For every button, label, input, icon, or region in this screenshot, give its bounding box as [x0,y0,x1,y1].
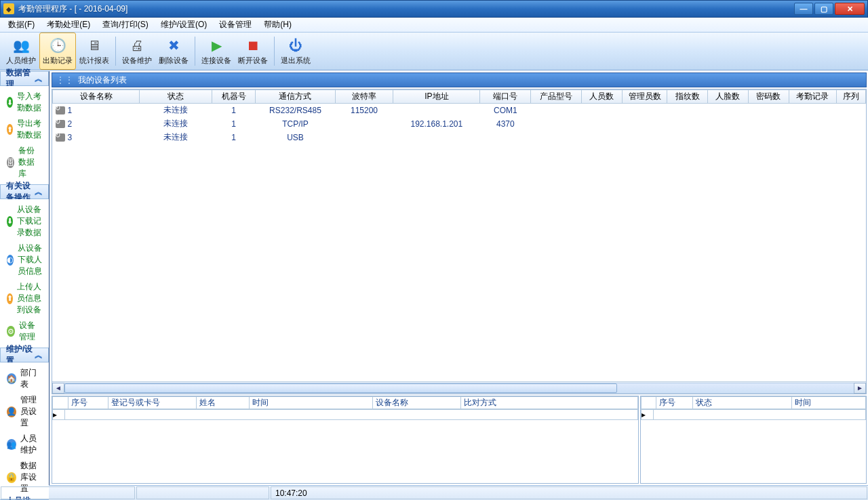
cell [707,131,748,144]
scroll-left-icon[interactable]: ◄ [52,383,64,394]
col-密码数[interactable]: 密码数 [748,90,789,104]
cell [531,104,582,117]
sidebar-item-从设备下载人员信息[interactable]: ◐从设备下载人员信息 [0,241,49,279]
toolbar-退出系统[interactable]: ⏻退出系统 [277,33,314,70]
sidebar-item-icon: 👥 [7,439,16,450]
bt2-col-状态[interactable]: 状态 [693,397,792,409]
sidebar-item-部门表[interactable]: 🏠部门表 [0,365,49,392]
chevron-up-icon: ︽ [35,350,43,361]
sidebar-item-label: 备份数据库 [18,145,42,180]
bt1-col-姓名[interactable]: 姓名 [197,397,250,409]
bt1-col-比对方式[interactable]: 比对方式 [461,397,637,409]
col-波特率[interactable]: 波特率 [335,90,393,104]
cell [582,104,623,117]
table-row[interactable]: 3未连接1USB [53,131,866,144]
col-端口号[interactable]: 端口号 [480,90,531,104]
col-状态[interactable]: 状态 [140,90,212,104]
minimize-button[interactable]: — [794,3,813,15]
sidebar-item-label: 管理员设置 [20,394,42,429]
scroll-track[interactable] [64,383,854,394]
cell [622,104,667,117]
cell: COM1 [480,104,531,117]
menu-query[interactable]: 查询/打印(S) [97,18,153,32]
sidebar-item-上传人员信息到设备[interactable]: ⬆上传人员信息到设备 [0,279,49,318]
menu-device[interactable]: 设备管理 [214,18,257,32]
cell [748,131,789,144]
toolbar-icon: ⏻ [286,37,305,54]
sidebar-item-从设备下载记录数据[interactable]: ⬇从设备下载记录数据 [0,202,49,241]
sidebar-item-人员维护[interactable]: 👥人员维护 [0,431,49,458]
cell [582,131,623,144]
cell [707,117,748,131]
col-人脸数[interactable]: 人脸数 [707,90,748,104]
chevron-up-icon: ︽ [35,73,43,85]
cell: TCP/IP [256,117,336,131]
toolbar-separator [195,37,195,66]
sidebar-item-icon: ⬆ [7,124,13,135]
scroll-right-icon[interactable]: ► [854,383,866,394]
sidebar-item-icon: 🔒 [7,472,16,483]
h-scrollbar[interactable]: ◄ ► [52,381,866,394]
col-通信方式[interactable]: 通信方式 [256,90,336,104]
status-cell-2 [136,486,269,499]
toolbar-设备维护[interactable]: 🖨设备维护 [119,33,155,70]
menubar: 数据(F) 考勤处理(E) 查询/打印(S) 维护/设置(O) 设备管理 帮助(… [0,18,868,33]
toolbar-出勤记录[interactable]: 🕒出勤记录 [39,33,76,70]
maximize-button[interactable]: ▢ [814,3,833,15]
sidebar-item-管理员设置[interactable]: 👤管理员设置 [0,392,49,431]
cell: 未连接 [140,117,212,131]
sidebar-item-设备管理[interactable]: ⚙设备管理 [0,318,49,345]
sidebar-item-导出考勤数据[interactable]: ⬆导出考勤数据 [0,116,49,143]
sidebar-group-维护/设置[interactable]: 维护/设置︽ [0,348,49,362]
sidebar-item-icon: 🗄 [7,157,14,168]
bt1-col-登记号或卡号[interactable]: 登记号或卡号 [108,397,196,409]
cell [622,131,667,144]
sidebar-item-导入考勤数据[interactable]: ⬇导入考勤数据 [0,89,49,116]
bt2-col-序号[interactable]: 序号 [656,397,693,409]
sidebar-group-body: ⬇导入考勤数据⬆导出考勤数据🗄备份数据库 [0,86,49,184]
col-产品型号[interactable]: 产品型号 [531,90,582,104]
device-list-header: ⋮⋮ 我的设备列表 [52,72,867,87]
device-table[interactable]: 设备名称状态机器号通信方式波特率IP地址端口号产品型号人员数管理员数指纹数人脸数… [52,89,866,144]
toolbar-断开设备[interactable]: ⏹断开设备 [235,33,271,70]
toolbar-label: 设备维护 [122,56,152,66]
sidebar-item-icon: 🏠 [7,373,16,384]
col-指纹数[interactable]: 指纹数 [667,90,708,104]
close-button[interactable]: ✕ [835,3,865,15]
col-机器号[interactable]: 机器号 [212,90,256,104]
toolbar-统计报表[interactable]: 🖥统计报表 [76,33,113,70]
sidebar-item-备份数据库[interactable]: 🗄备份数据库 [0,143,49,182]
cell [789,104,837,117]
col-管理员数[interactable]: 管理员数 [622,90,667,104]
sidebar-group-数据管理[interactable]: 数据管理︽ [0,71,49,86]
col-序列[interactable]: 序列 [837,90,866,104]
table-row[interactable]: 2未连接1TCP/IP192.168.1.2014370 [53,117,866,131]
col-设备名称[interactable]: 设备名称 [53,90,140,104]
bt2-col-时间[interactable]: 时间 [791,397,865,409]
window-title: 考勤管理程序 - [ - 2016-04-09] [18,3,794,15]
grip-icon: ⋮⋮ [56,75,74,85]
table-row[interactable]: 1未连接1RS232/RS485115200COM1 [53,104,866,117]
toolbar-删除设备[interactable]: ✖删除设备 [155,33,192,70]
content-area: ⋮⋮ 我的设备列表 设备名称状态机器号通信方式波特率IP地址端口号产品型号人员数… [50,71,868,485]
cell: 115200 [335,104,393,117]
main-area: 数据管理︽⬇导入考勤数据⬆导出考勤数据🗄备份数据库有关设备操作︽⬇从设备下载记录… [0,70,868,485]
menu-attendance[interactable]: 考勤处理(E) [41,18,96,32]
col-IP地址[interactable]: IP地址 [393,90,480,104]
menu-help[interactable]: 帮助(H) [258,18,297,32]
menu-maintain[interactable]: 维护/设置(O) [155,18,213,32]
sidebar-item-icon: ⬇ [7,216,13,227]
bt1-col-时间[interactable]: 时间 [250,397,373,409]
cell [748,104,789,117]
toolbar-label: 出勤记录 [43,56,73,66]
bt1-col-设备名称[interactable]: 设备名称 [373,397,461,409]
scroll-thumb[interactable] [64,383,617,393]
col-考勤记录[interactable]: 考勤记录 [789,90,837,104]
col-人员数[interactable]: 人员数 [582,90,623,104]
cell [480,131,531,144]
toolbar-连接设备[interactable]: ▶连接设备 [198,33,235,70]
toolbar-人员维护[interactable]: 👥人员维护 [3,33,39,70]
sidebar-group-有关设备操作[interactable]: 有关设备操作︽ [0,184,49,199]
menu-data[interactable]: 数据(F) [3,18,40,32]
bt1-col-序号[interactable]: 序号 [68,397,108,409]
